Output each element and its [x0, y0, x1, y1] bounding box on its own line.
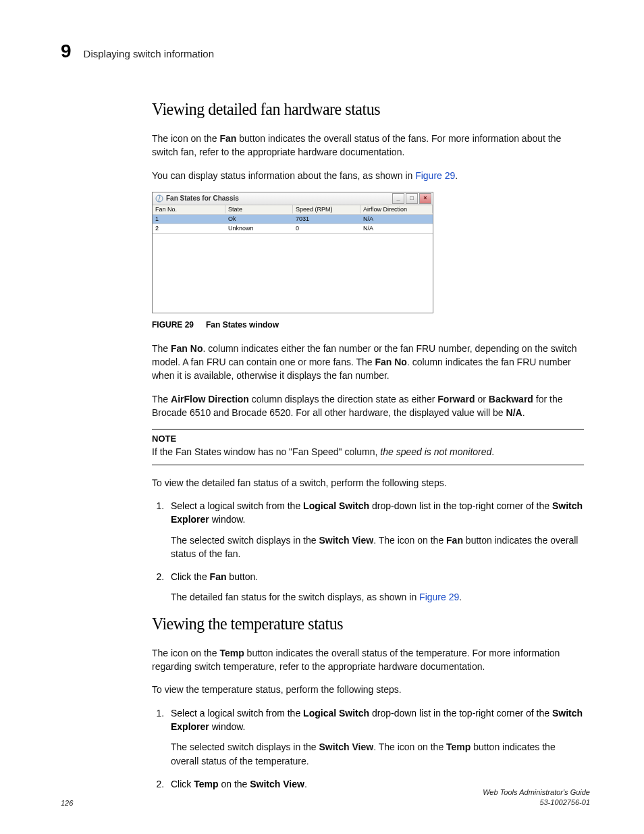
- figure-29-link[interactable]: Figure 29: [415, 170, 455, 181]
- close-button[interactable]: ×: [419, 193, 431, 204]
- table-row[interactable]: 1 Ok 7031 N/A: [153, 215, 433, 224]
- body-text: The icon on the Fan button indicates the…: [152, 132, 584, 159]
- doc-info: Web Tools Administrator's Guide 53-10027…: [483, 787, 590, 807]
- maximize-button[interactable]: □: [406, 193, 418, 204]
- note-box: NOTE If the Fan States window has no "Fa…: [152, 429, 584, 465]
- table-header-row: Fan No. State Speed (RPM) Airflow Direct…: [153, 205, 433, 215]
- minimize-button[interactable]: _: [392, 193, 404, 204]
- steps-list-temp: Select a logical switch from the Logical…: [152, 706, 584, 791]
- cell-speed: 7031: [293, 215, 360, 222]
- section-heading-fan: Viewing detailed fan hardware status: [152, 99, 549, 120]
- note-label: NOTE: [152, 434, 584, 444]
- page-footer: 126 Web Tools Administrator's Guide 53-1…: [61, 787, 590, 807]
- table-row[interactable]: 2 Unknown 0 N/A: [153, 224, 433, 234]
- window-title: Fan States for Chassis: [166, 194, 392, 202]
- cell-fan-no: 1: [153, 215, 225, 222]
- step-item: Select a logical switch from the Logical…: [167, 499, 584, 561]
- figure-29-link[interactable]: Figure 29: [419, 592, 459, 602]
- steps-intro: To view the detailed fan status of a swi…: [152, 476, 584, 490]
- cell-state: Ok: [225, 215, 293, 222]
- window-app-icon: [155, 194, 163, 203]
- page-number: 126: [61, 799, 73, 807]
- col-header-airflow[interactable]: Airflow Direction: [360, 205, 433, 213]
- col-header-speed[interactable]: Speed (RPM): [293, 205, 360, 213]
- cell-speed: 0: [293, 225, 360, 232]
- page-header: 9 Displaying switch information: [61, 41, 590, 62]
- table-body: 1 Ok 7031 N/A 2 Unknown 0 N/A: [153, 215, 433, 313]
- steps-list-fan: Select a logical switch from the Logical…: [152, 499, 584, 604]
- col-header-state[interactable]: State: [225, 205, 293, 213]
- cell-state: Unknown: [225, 225, 293, 232]
- figure-caption: FIGURE 29Fan States window: [152, 320, 584, 330]
- body-text: The AirFlow Direction column displays th…: [152, 392, 584, 420]
- step-item: Select a logical switch from the Logical…: [167, 706, 584, 768]
- body-text: The icon on the Temp button indicates th…: [152, 646, 584, 674]
- col-header-fan-no[interactable]: Fan No.: [153, 205, 225, 213]
- section-heading-temp: Viewing the temperature status: [152, 614, 549, 634]
- body-text: You can display status information about…: [152, 169, 584, 182]
- chapter-title: Displaying switch information: [84, 48, 214, 59]
- step-item: Click the Fan button. The detailed fan s…: [167, 570, 584, 604]
- cell-airflow: N/A: [360, 215, 433, 222]
- fan-states-window: Fan States for Chassis _ □ × Fan No. Sta…: [152, 192, 433, 313]
- chapter-number: 9: [61, 41, 72, 62]
- body-text: The Fan No. column indicates either the …: [152, 342, 584, 383]
- window-titlebar: Fan States for Chassis _ □ ×: [153, 192, 433, 205]
- cell-airflow: N/A: [360, 225, 433, 232]
- cell-fan-no: 2: [153, 225, 225, 232]
- body-text: To view the temperature status, perform …: [152, 683, 584, 696]
